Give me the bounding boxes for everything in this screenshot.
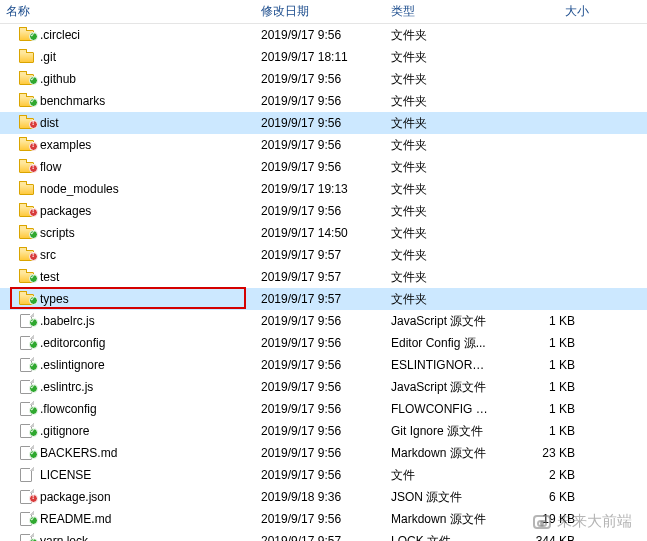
cell-type: FLOWCONFIG 文...: [385, 401, 495, 418]
cell-name: types: [0, 291, 255, 307]
list-item[interactable]: .babelrc.js2019/9/17 9:56JavaScript 源文件1…: [0, 310, 647, 332]
cell-date: 2019/9/17 9:56: [255, 358, 385, 372]
cell-name: test: [0, 269, 255, 285]
list-item[interactable]: examples2019/9/17 9:56文件夹: [0, 134, 647, 156]
cell-name: .flowconfig: [0, 401, 255, 417]
cell-name: node_modules: [0, 181, 255, 197]
sync-ok-icon: [29, 428, 38, 437]
file-icon: [18, 313, 34, 329]
file-name: packages: [40, 204, 91, 218]
list-item[interactable]: README.md2019/9/17 9:56Markdown 源文件19 KB: [0, 508, 647, 530]
list-item[interactable]: .eslintignore2019/9/17 9:56ESLINTIGNORE …: [0, 354, 647, 376]
file-icon: [18, 335, 34, 351]
list-item[interactable]: node_modules2019/9/17 19:13文件夹: [0, 178, 647, 200]
cell-size: 1 KB: [495, 336, 595, 350]
column-size[interactable]: 大小: [495, 0, 595, 23]
cell-size: 1 KB: [495, 358, 595, 372]
file-name: LICENSE: [40, 468, 91, 482]
list-item[interactable]: .github2019/9/17 9:56文件夹: [0, 68, 647, 90]
folder-icon: [18, 137, 34, 153]
list-item[interactable]: src2019/9/17 9:57文件夹: [0, 244, 647, 266]
cell-name: .eslintignore: [0, 357, 255, 373]
list-item[interactable]: dist2019/9/17 9:56文件夹: [0, 112, 647, 134]
column-type[interactable]: 类型: [385, 0, 495, 23]
cell-name: scripts: [0, 225, 255, 241]
column-name[interactable]: 名称: [0, 0, 255, 23]
cell-type: JavaScript 源文件: [385, 379, 495, 396]
list-item[interactable]: benchmarks2019/9/17 9:56文件夹: [0, 90, 647, 112]
sync-ok-icon: [29, 362, 38, 371]
list-item[interactable]: .editorconfig2019/9/17 9:56Editor Config…: [0, 332, 647, 354]
file-name: .flowconfig: [40, 402, 97, 416]
cell-date: 2019/9/17 9:56: [255, 512, 385, 526]
list-item[interactable]: .flowconfig2019/9/17 9:56FLOWCONFIG 文...…: [0, 398, 647, 420]
cell-date: 2019/9/17 9:56: [255, 424, 385, 438]
file-name: .gitignore: [40, 424, 89, 438]
sync-modified-icon: [29, 142, 38, 151]
file-name: package.json: [40, 490, 111, 504]
sync-modified-icon: [29, 252, 38, 261]
list-item[interactable]: yarn.lock2019/9/17 9:57LOCK 文件344 KB: [0, 530, 647, 541]
cell-size: 23 KB: [495, 446, 595, 460]
file-icon: [18, 379, 34, 395]
list-item[interactable]: flow2019/9/17 9:56文件夹: [0, 156, 647, 178]
cell-type: 文件夹: [385, 115, 495, 132]
cell-name: BACKERS.md: [0, 445, 255, 461]
file-icon: [18, 445, 34, 461]
cell-date: 2019/9/17 9:56: [255, 402, 385, 416]
column-header: 名称 修改日期 类型 大小: [0, 0, 647, 24]
cell-type: Editor Config 源...: [385, 335, 495, 352]
file-name: .github: [40, 72, 76, 86]
cell-name: .babelrc.js: [0, 313, 255, 329]
list-item[interactable]: scripts2019/9/17 14:50文件夹: [0, 222, 647, 244]
list-item[interactable]: test2019/9/17 9:57文件夹: [0, 266, 647, 288]
cell-size: 1 KB: [495, 380, 595, 394]
cell-size: 344 KB: [495, 534, 595, 541]
list-item[interactable]: .git2019/9/17 18:11文件夹: [0, 46, 647, 68]
sync-modified-icon: [29, 208, 38, 217]
folder-icon: [18, 247, 34, 263]
cell-name: examples: [0, 137, 255, 153]
sync-modified-icon: [29, 120, 38, 129]
file-name: examples: [40, 138, 91, 152]
folder-icon: [18, 203, 34, 219]
sync-ok-icon: [29, 230, 38, 239]
cell-name: .gitignore: [0, 423, 255, 439]
sync-ok-icon: [29, 384, 38, 393]
cell-date: 2019/9/17 9:56: [255, 116, 385, 130]
cell-type: 文件夹: [385, 225, 495, 242]
folder-icon: [18, 291, 34, 307]
list-item[interactable]: .eslintrc.js2019/9/17 9:56JavaScript 源文件…: [0, 376, 647, 398]
list-item[interactable]: LICENSE2019/9/17 9:56文件2 KB: [0, 464, 647, 486]
cell-type: JavaScript 源文件: [385, 313, 495, 330]
cell-type: 文件夹: [385, 71, 495, 88]
file-icon: [18, 401, 34, 417]
column-date[interactable]: 修改日期: [255, 0, 385, 23]
file-name: .circleci: [40, 28, 80, 42]
cell-type: 文件夹: [385, 159, 495, 176]
cell-type: LOCK 文件: [385, 533, 495, 542]
sync-ok-icon: [29, 32, 38, 41]
list-item[interactable]: packages2019/9/17 9:56文件夹: [0, 200, 647, 222]
file-name: README.md: [40, 512, 111, 526]
list-item[interactable]: package.json2019/9/18 9:36JSON 源文件6 KB: [0, 486, 647, 508]
cell-name: .eslintrc.js: [0, 379, 255, 395]
cell-size: 1 KB: [495, 314, 595, 328]
cell-name: LICENSE: [0, 467, 255, 483]
cell-type: Markdown 源文件: [385, 445, 495, 462]
cell-type: 文件: [385, 467, 495, 484]
file-list: .circleci2019/9/17 9:56文件夹.git2019/9/17 …: [0, 24, 647, 541]
list-item[interactable]: .gitignore2019/9/17 9:56Git Ignore 源文件1 …: [0, 420, 647, 442]
sync-ok-icon: [29, 406, 38, 415]
list-item[interactable]: .circleci2019/9/17 9:56文件夹: [0, 24, 647, 46]
file-icon: [18, 467, 34, 483]
sync-ok-icon: [29, 340, 38, 349]
file-icon: [18, 423, 34, 439]
file-name: .eslintrc.js: [40, 380, 93, 394]
cell-date: 2019/9/17 9:56: [255, 336, 385, 350]
cell-name: .git: [0, 49, 255, 65]
file-name: yarn.lock: [40, 534, 88, 541]
list-item[interactable]: types2019/9/17 9:57文件夹: [0, 288, 647, 310]
list-item[interactable]: BACKERS.md2019/9/17 9:56Markdown 源文件23 K…: [0, 442, 647, 464]
cell-date: 2019/9/17 9:57: [255, 534, 385, 541]
